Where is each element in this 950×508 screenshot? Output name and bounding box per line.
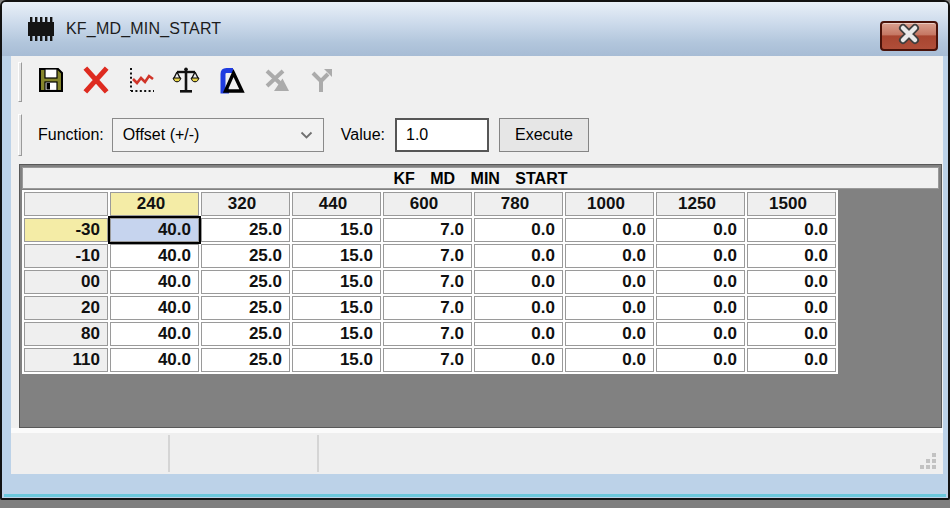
function-dropdown[interactable]: Offset (+/-) bbox=[112, 118, 324, 152]
save-button[interactable] bbox=[32, 63, 70, 101]
map-cell[interactable]: 0.0 bbox=[656, 348, 745, 372]
value-label: Value: bbox=[341, 126, 385, 144]
curve-chart-icon bbox=[127, 66, 155, 98]
value-input[interactable] bbox=[395, 118, 489, 152]
col-header-1500[interactable]: 1500 bbox=[747, 192, 836, 216]
function-bar: Function: Offset (+/-) Value: Execute bbox=[11, 108, 943, 162]
grid-corner-cell[interactable] bbox=[24, 192, 108, 216]
map-cell[interactable]: 0.0 bbox=[474, 270, 563, 294]
map-cell[interactable]: 0.0 bbox=[565, 322, 654, 346]
col-header-600[interactable]: 600 bbox=[383, 192, 472, 216]
col-header-1250[interactable]: 1250 bbox=[656, 192, 745, 216]
delete-x-icon bbox=[82, 66, 110, 98]
map-cell[interactable]: 0.0 bbox=[747, 348, 836, 372]
map-cell[interactable]: 25.0 bbox=[201, 218, 290, 242]
save-icon bbox=[37, 66, 65, 98]
map-cell[interactable]: 15.0 bbox=[292, 270, 381, 294]
grid-row: -3040.025.015.07.00.00.00.00.0 bbox=[24, 218, 836, 242]
map-cell[interactable]: 0.0 bbox=[747, 244, 836, 268]
map-cell[interactable]: 0.0 bbox=[474, 296, 563, 320]
map-cell[interactable]: 0.0 bbox=[656, 218, 745, 242]
scales-icon bbox=[172, 66, 200, 98]
map-cell[interactable]: 40.0 bbox=[110, 348, 199, 372]
grid-row: 0040.025.015.07.00.00.00.00.0 bbox=[24, 270, 836, 294]
title-bar[interactable]: KF_MD_MIN_START bbox=[2, 2, 948, 56]
branch-arrow-button-disabled bbox=[302, 63, 340, 101]
row-header-00[interactable]: 00 bbox=[24, 270, 108, 294]
map-cell[interactable]: 0.0 bbox=[474, 348, 563, 372]
map-cell[interactable]: 7.0 bbox=[383, 270, 472, 294]
col-header-320[interactable]: 320 bbox=[201, 192, 290, 216]
map-cell[interactable]: 0.0 bbox=[656, 322, 745, 346]
map-cell[interactable]: 0.0 bbox=[747, 322, 836, 346]
row-header--30[interactable]: -30 bbox=[24, 218, 108, 242]
client-area: Function: Offset (+/-) Value: Execute KF… bbox=[11, 56, 943, 474]
status-bar bbox=[11, 433, 943, 474]
map-grid: 240320440600780100012501500-3040.025.015… bbox=[22, 190, 838, 374]
branch-arrow-icon bbox=[307, 66, 335, 98]
status-panel-3 bbox=[319, 433, 943, 474]
grid-body: 240320440600780100012501500-3040.025.015… bbox=[24, 192, 836, 372]
function-label: Function: bbox=[38, 126, 104, 144]
selected-cell[interactable]: 40.0 bbox=[110, 218, 199, 242]
map-cell[interactable]: 0.0 bbox=[565, 244, 654, 268]
row-header-20[interactable]: 20 bbox=[24, 296, 108, 320]
row-header-110[interactable]: 110 bbox=[24, 348, 108, 372]
map-cell[interactable]: 15.0 bbox=[292, 296, 381, 320]
map-cell[interactable]: 0.0 bbox=[656, 270, 745, 294]
map-cell[interactable]: 25.0 bbox=[201, 270, 290, 294]
scales-compare-button[interactable] bbox=[167, 63, 205, 101]
map-title: KF MD MIN START bbox=[22, 167, 939, 189]
map-cell[interactable]: 0.0 bbox=[565, 348, 654, 372]
toolbar-gripper[interactable] bbox=[18, 62, 22, 102]
col-header-440[interactable]: 440 bbox=[292, 192, 381, 216]
map-cell[interactable]: 15.0 bbox=[292, 244, 381, 268]
function-dropdown-value: Offset (+/-) bbox=[123, 126, 200, 144]
map-cell[interactable]: 25.0 bbox=[201, 296, 290, 320]
map-cell[interactable]: 40.0 bbox=[110, 322, 199, 346]
map-cell[interactable]: 7.0 bbox=[383, 322, 472, 346]
col-header-780[interactable]: 780 bbox=[474, 192, 563, 216]
map-cell[interactable]: 25.0 bbox=[201, 244, 290, 268]
function-bar-gripper[interactable] bbox=[18, 114, 22, 156]
map-cell[interactable]: 0.0 bbox=[474, 218, 563, 242]
execute-button[interactable]: Execute bbox=[499, 118, 589, 152]
map-cell[interactable]: 0.0 bbox=[747, 218, 836, 242]
delete-button[interactable] bbox=[77, 63, 115, 101]
col-header-1000[interactable]: 1000 bbox=[565, 192, 654, 216]
map-cell[interactable]: 25.0 bbox=[201, 322, 290, 346]
curve-view-button[interactable] bbox=[122, 63, 160, 101]
map-cell[interactable]: 0.0 bbox=[747, 270, 836, 294]
map-cell[interactable]: 0.0 bbox=[565, 218, 654, 242]
map-cell[interactable]: 0.0 bbox=[747, 296, 836, 320]
map-table-container: KF MD MIN START 240320440600780100012501… bbox=[19, 164, 942, 428]
map-cell[interactable]: 15.0 bbox=[292, 348, 381, 372]
delta-icon bbox=[217, 66, 245, 98]
map-cell[interactable]: 15.0 bbox=[292, 322, 381, 346]
map-cell[interactable]: 0.0 bbox=[656, 244, 745, 268]
map-cell[interactable]: 25.0 bbox=[201, 348, 290, 372]
map-cell[interactable]: 40.0 bbox=[110, 296, 199, 320]
close-button[interactable] bbox=[880, 21, 938, 51]
map-cell[interactable]: 0.0 bbox=[474, 322, 563, 346]
status-panel-2 bbox=[170, 433, 317, 474]
map-cell[interactable]: 0.0 bbox=[565, 270, 654, 294]
row-header-80[interactable]: 80 bbox=[24, 322, 108, 346]
resize-grip[interactable] bbox=[919, 452, 937, 470]
map-cell[interactable]: 0.0 bbox=[565, 296, 654, 320]
grid-row: 11040.025.015.07.00.00.00.00.0 bbox=[24, 348, 836, 372]
map-cell[interactable]: 7.0 bbox=[383, 218, 472, 242]
chip-icon bbox=[26, 16, 56, 42]
close-icon bbox=[896, 23, 922, 49]
map-cell[interactable]: 40.0 bbox=[110, 270, 199, 294]
delta-view-button[interactable] bbox=[212, 63, 250, 101]
map-cell[interactable]: 0.0 bbox=[656, 296, 745, 320]
map-cell[interactable]: 15.0 bbox=[292, 218, 381, 242]
map-cell[interactable]: 40.0 bbox=[110, 244, 199, 268]
col-header-240[interactable]: 240 bbox=[110, 192, 199, 216]
row-header--10[interactable]: -10 bbox=[24, 244, 108, 268]
map-cell[interactable]: 7.0 bbox=[383, 348, 472, 372]
map-cell[interactable]: 7.0 bbox=[383, 244, 472, 268]
map-cell[interactable]: 7.0 bbox=[383, 296, 472, 320]
map-cell[interactable]: 0.0 bbox=[474, 244, 563, 268]
